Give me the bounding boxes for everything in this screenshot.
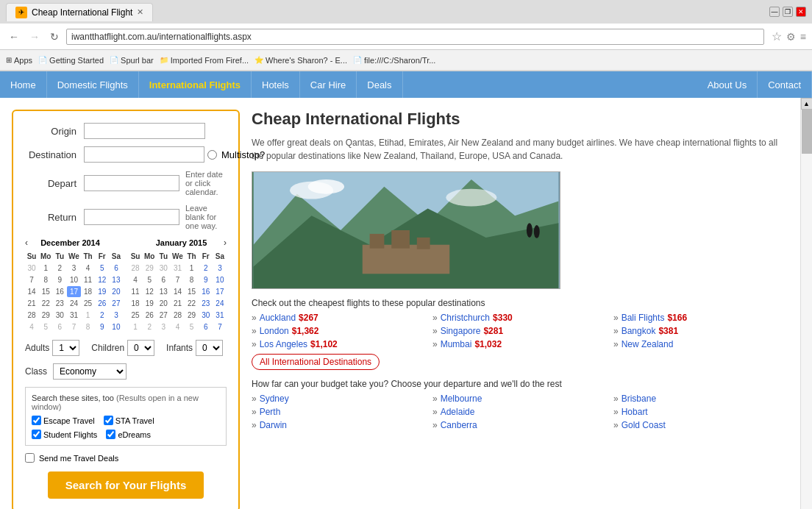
travel-deals-checkbox[interactable] <box>25 453 35 463</box>
calendar-day[interactable]: 7 <box>25 274 38 285</box>
student-flights-checkbox[interactable]: Student Flights <box>32 430 97 439</box>
scroll-up-btn[interactable]: ▲ <box>801 98 813 110</box>
calendar-day[interactable]: 19 <box>96 286 109 297</box>
calendar-day[interactable]: 5 <box>185 321 199 332</box>
calendar-day[interactable]: 1 <box>129 321 142 332</box>
calendar-day[interactable]: 8 <box>82 321 95 332</box>
nav-domestic[interactable]: Domestic Flights <box>47 71 139 98</box>
calendar-day[interactable]: 31 <box>67 310 80 321</box>
scroll-thumb[interactable] <box>802 110 812 154</box>
calendar-day[interactable]: 3 <box>157 321 170 332</box>
restore-btn[interactable]: ❐ <box>783 7 793 17</box>
dest-auckland-link[interactable]: Auckland <box>260 313 296 323</box>
nav-international[interactable]: International Flights <box>139 71 252 98</box>
calendar-today[interactable]: 17 <box>67 286 80 297</box>
dest-mumbai-link[interactable]: Mumbai <box>441 339 472 349</box>
edreams-checkbox[interactable]: eDreams <box>106 430 151 439</box>
forward-btn[interactable]: → <box>26 29 43 44</box>
nav-contact[interactable]: Contact <box>758 71 812 98</box>
calendar-day[interactable]: 4 <box>25 321 38 332</box>
calendar-day[interactable]: 16 <box>199 286 213 297</box>
city-goldcoast-link[interactable]: Gold Coast <box>622 420 666 430</box>
calendar-day[interactable]: 30 <box>199 310 213 321</box>
browser-tab[interactable]: ✈ Cheap International Flight ✕ <box>6 3 153 21</box>
dest-bali-link[interactable]: Bali Flights <box>622 313 665 323</box>
calendar-day[interactable]: 26 <box>96 298 109 309</box>
calendar-day[interactable]: 30 <box>157 263 170 274</box>
calendar-day[interactable]: 27 <box>157 310 170 321</box>
calendar-day[interactable]: 2 <box>96 310 109 321</box>
calendar-day[interactable]: 6 <box>53 321 66 332</box>
calendar-day[interactable]: 24 <box>67 298 80 309</box>
close-btn[interactable]: ✕ <box>796 7 806 17</box>
sta-travel-checkbox[interactable]: STA Travel <box>104 416 154 425</box>
calendar-day[interactable]: 2 <box>53 263 66 274</box>
nav-deals[interactable]: Deals <box>357 71 402 98</box>
calendar-day[interactable]: 10 <box>213 274 227 285</box>
children-select[interactable]: 012 <box>127 340 154 356</box>
calendar-day[interactable]: 29 <box>185 310 199 321</box>
multistop-radio[interactable] <box>207 150 217 160</box>
calendar-day[interactable]: 15 <box>185 286 199 297</box>
calendar-day[interactable]: 5 <box>96 263 109 274</box>
calendar-day[interactable]: 8 <box>185 274 199 285</box>
minimize-btn[interactable]: — <box>769 7 780 17</box>
escape-travel-checkbox[interactable]: Escape Travel <box>32 416 95 425</box>
all-destinations-link[interactable]: All International Destinations <box>252 354 380 370</box>
return-input[interactable] <box>84 209 179 225</box>
bookmark-apps[interactable]: ⊞Apps <box>6 56 32 65</box>
calendar-day[interactable]: 3 <box>110 310 123 321</box>
calendar-day[interactable]: 2 <box>199 263 213 274</box>
bookmark-star-icon[interactable]: ☆ <box>772 29 782 43</box>
bookmark-spurl[interactable]: 📄Spurl bar <box>110 56 154 65</box>
calendar-day[interactable]: 1 <box>82 310 95 321</box>
calendar-day[interactable]: 20 <box>157 298 170 309</box>
city-sydney-link[interactable]: Sydney <box>260 394 289 404</box>
depart-input[interactable] <box>84 175 179 191</box>
calendar-day[interactable]: 21 <box>171 298 184 309</box>
calendar-day[interactable]: 15 <box>39 286 52 297</box>
calendar-day[interactable]: 25 <box>82 298 95 309</box>
calendar-day[interactable]: 8 <box>39 274 52 285</box>
address-input[interactable] <box>66 29 764 45</box>
calendar-day[interactable]: 7 <box>171 274 184 285</box>
bookmark-sharon[interactable]: ⭐Where's Sharon? - E... <box>254 56 347 65</box>
dest-nz-link[interactable]: New Zealand <box>622 339 674 349</box>
infants-select[interactable]: 01 <box>196 340 223 356</box>
calendar-day[interactable]: 5 <box>39 321 52 332</box>
dest-singapore-link[interactable]: Singapore <box>441 326 481 336</box>
adults-select[interactable]: 123 <box>52 340 79 356</box>
calendar-day[interactable]: 24 <box>213 298 227 309</box>
city-darwin-link[interactable]: Darwin <box>260 420 287 430</box>
city-brisbane-link[interactable]: Brisbane <box>622 394 656 404</box>
calendar-day[interactable]: 1 <box>39 263 52 274</box>
calendar-day[interactable]: 28 <box>129 263 142 274</box>
menu-icon[interactable]: ≡ <box>800 31 806 43</box>
calendar-day[interactable]: 17 <box>213 286 227 297</box>
nav-hotels[interactable]: Hotels <box>252 71 300 98</box>
calendar-day[interactable]: 9 <box>199 274 213 285</box>
calendar-day[interactable]: 14 <box>171 286 184 297</box>
calendar-day[interactable]: 18 <box>129 298 142 309</box>
calendar-day[interactable]: 14 <box>25 286 38 297</box>
calendar-day[interactable]: 12 <box>143 286 156 297</box>
dest-bangkok-link[interactable]: Bangkok <box>622 326 656 336</box>
calendar-day[interactable]: 7 <box>67 321 80 332</box>
bookmark-imported[interactable]: 📁Imported From Firef... <box>160 56 249 65</box>
dest-christchurch-link[interactable]: Christchurch <box>441 313 490 323</box>
destination-input[interactable] <box>84 146 204 163</box>
calendar-day[interactable]: 9 <box>53 274 66 285</box>
calendar-day[interactable]: 19 <box>143 298 156 309</box>
calendar-day[interactable]: 10 <box>110 321 123 332</box>
settings-icon[interactable]: ⚙ <box>786 31 796 43</box>
calendar-day[interactable]: 28 <box>25 310 38 321</box>
calendar-day[interactable]: 30 <box>25 263 38 274</box>
calendar-day[interactable]: 25 <box>129 310 142 321</box>
calendar-day[interactable]: 6 <box>199 321 213 332</box>
prev-month-btn[interactable]: ‹ <box>25 238 28 248</box>
calendar-day[interactable]: 22 <box>39 298 52 309</box>
calendar-day[interactable]: 16 <box>53 286 66 297</box>
calendar-day[interactable]: 4 <box>171 321 184 332</box>
calendar-day[interactable]: 29 <box>143 263 156 274</box>
calendar-day[interactable]: 13 <box>110 274 123 285</box>
